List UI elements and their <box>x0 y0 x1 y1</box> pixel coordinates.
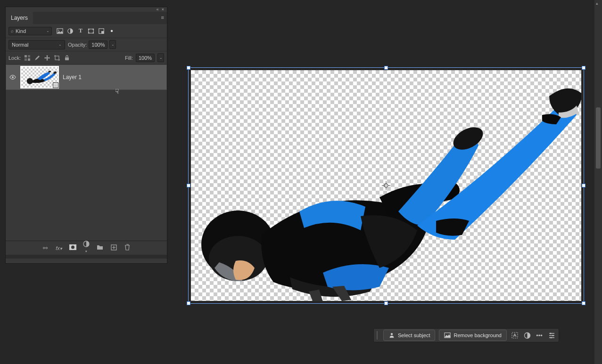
layer-thumbnail[interactable]: ▣ <box>20 66 59 89</box>
filter-text-icon[interactable]: T <box>77 28 84 34</box>
lock-icons <box>24 54 71 62</box>
svg-point-35 <box>552 334 553 336</box>
svg-point-30 <box>391 333 393 335</box>
panel-tabs: Layers ≡ <box>6 12 167 24</box>
blend-mode-select[interactable]: Normal ⌄ <box>8 40 65 49</box>
opacity-input[interactable]: 100% <box>89 40 107 49</box>
ai-select-icon[interactable] <box>511 331 519 340</box>
collapse-icon[interactable]: « <box>157 7 159 12</box>
trash-icon[interactable] <box>124 244 131 252</box>
svg-rect-14 <box>55 56 59 60</box>
lock-brush-icon[interactable] <box>33 54 41 62</box>
adjust-circle-icon[interactable] <box>523 331 531 340</box>
svg-point-16 <box>12 76 14 78</box>
svg-rect-6 <box>88 32 90 33</box>
svg-rect-7 <box>93 32 94 33</box>
svg-rect-12 <box>25 58 27 61</box>
transform-handle-mr[interactable] <box>582 184 586 187</box>
fill-label: Fill: <box>125 55 133 61</box>
fill-input[interactable]: 100% <box>136 54 155 62</box>
svg-point-1 <box>58 30 59 31</box>
filter-icons: T • <box>57 28 115 34</box>
group-icon[interactable] <box>97 244 104 251</box>
svg-rect-11 <box>28 55 30 57</box>
canvas-area[interactable] <box>188 67 584 304</box>
more-icon[interactable]: ••• <box>535 331 544 340</box>
filter-shape-icon[interactable] <box>88 28 94 34</box>
filter-adjust-icon[interactable] <box>67 28 74 34</box>
canvas-image <box>191 70 581 301</box>
filter-smart-icon[interactable] <box>98 28 105 34</box>
fill-stepper[interactable]: ⌄ <box>157 53 164 62</box>
panel-topbar: « × <box>6 7 167 12</box>
svg-point-34 <box>550 332 551 334</box>
filter-artboard-icon[interactable]: • <box>108 28 115 34</box>
layer-visibility-toggle[interactable] <box>9 74 16 81</box>
blend-row: Normal ⌄ Opacity: 100% ⌄ <box>6 38 167 51</box>
opacity-stepper[interactable]: ⌄ <box>109 40 116 49</box>
fx-icon[interactable]: fx▾ <box>56 245 63 251</box>
svg-point-36 <box>550 337 552 338</box>
filter-mode-label: Kind <box>16 28 44 34</box>
svg-rect-9 <box>101 31 104 33</box>
svg-rect-10 <box>25 55 27 57</box>
lock-label: Lock: <box>8 55 21 61</box>
properties-icon[interactable] <box>547 331 556 340</box>
link-layers-icon[interactable]: ⚯ <box>42 245 49 251</box>
scroll-up-icon: ▴ <box>596 1 598 6</box>
opacity-label: Opacity: <box>68 42 87 48</box>
layer-row[interactable]: ▣ Layer 1 <box>6 65 167 90</box>
layer-list: ▣ Layer 1 <box>6 65 167 241</box>
transform-handle-tl[interactable] <box>187 66 190 70</box>
transform-handle-bm[interactable] <box>384 301 388 305</box>
remove-background-label: Remove background <box>454 332 502 338</box>
blend-mode-value: Normal <box>12 42 28 48</box>
transform-handle-br[interactable] <box>582 301 586 305</box>
transform-handle-tr[interactable] <box>582 66 586 70</box>
chevron-down-icon: ⌄ <box>46 29 49 33</box>
smart-object-icon: ▣ <box>53 82 58 88</box>
close-icon[interactable]: × <box>162 7 164 12</box>
svg-rect-13 <box>28 58 30 61</box>
panel-menu-icon[interactable]: ≡ <box>161 15 164 20</box>
svg-rect-4 <box>88 28 90 30</box>
app-scrollbar[interactable]: ▴ <box>594 0 602 364</box>
new-layer-icon[interactable] <box>110 244 117 252</box>
lock-all-icon[interactable] <box>63 54 71 62</box>
scroll-thumb[interactable] <box>596 107 601 169</box>
adjustment-icon[interactable]: ▾ <box>83 241 90 255</box>
lock-move-icon[interactable] <box>43 54 51 62</box>
transform-handle-ml[interactable] <box>187 184 190 187</box>
mask-icon[interactable] <box>69 244 76 251</box>
tab-layers[interactable]: Layers <box>6 12 33 24</box>
context-bar: Select subject Remove background ••• <box>373 328 559 342</box>
remove-background-button[interactable]: Remove background <box>439 330 507 341</box>
separator <box>377 331 378 340</box>
panel-bottom-toolbar: ⚯ fx▾ ▾ <box>6 241 167 255</box>
opacity-group: Opacity: 100% ⌄ <box>68 40 116 49</box>
select-subject-button[interactable]: Select subject <box>383 330 435 341</box>
filter-kind-select[interactable]: ⌕ Kind ⌄ <box>8 27 52 35</box>
svg-rect-5 <box>93 28 94 30</box>
layers-panel: « × Layers ≡ ⌕ Kind ⌄ T • Normal ⌄ Opaci… <box>5 7 167 264</box>
transform-handle-bl[interactable] <box>187 301 190 305</box>
svg-rect-15 <box>65 57 69 60</box>
layer-name-label[interactable]: Layer 1 <box>63 74 164 81</box>
select-subject-label: Select subject <box>398 332 430 338</box>
panel-scrollbar[interactable] <box>6 255 167 259</box>
lock-row: Lock: Fill: 100% ⌄ <box>6 51 167 65</box>
search-icon: ⌕ <box>11 28 14 33</box>
filter-image-icon[interactable] <box>57 28 63 34</box>
chevron-down-icon: ⌄ <box>58 42 62 47</box>
lock-crop-icon[interactable] <box>53 54 61 62</box>
svg-point-21 <box>71 246 74 249</box>
transform-handle-tm[interactable] <box>384 66 388 70</box>
filter-row: ⌕ Kind ⌄ T • <box>6 24 167 38</box>
lock-pixels-icon[interactable] <box>24 54 31 62</box>
